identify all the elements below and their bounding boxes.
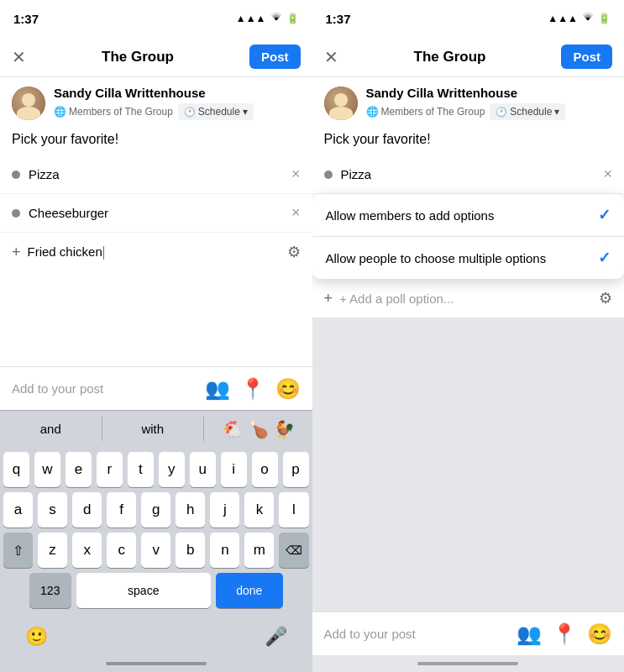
- post-button-right[interactable]: Post: [561, 45, 612, 69]
- signal-icon: ▲▲▲: [236, 13, 266, 24]
- option-text-pizza-right: Pizza: [341, 167, 595, 181]
- settings-icon-right[interactable]: ⚙: [599, 289, 612, 307]
- home-indicator-left: [0, 655, 312, 672]
- option-dot: [12, 171, 20, 179]
- close-button-left[interactable]: ✕: [12, 47, 26, 67]
- emoji-suggestions: 🐔 🍗 🐓: [204, 419, 312, 439]
- header-title-left: The Group: [102, 49, 174, 66]
- home-bar-left: [106, 662, 207, 665]
- close-button-right[interactable]: ✕: [324, 47, 338, 67]
- key-123[interactable]: 123: [29, 573, 71, 608]
- remove-pizza-right-button[interactable]: ×: [603, 165, 612, 183]
- key-f[interactable]: f: [107, 492, 136, 528]
- left-phone-panel: 1:37 ▲▲▲ 🔋 ✕ The Group Post Sand: [0, 0, 312, 672]
- key-s[interactable]: s: [38, 492, 67, 528]
- dropdown-item-members[interactable]: Allow members to add options ✓: [312, 194, 625, 237]
- key-v[interactable]: v: [141, 533, 170, 568]
- content-area-left: Sandy Cilla Writtenhouse 🌐 Members of Th…: [0, 77, 312, 366]
- key-c[interactable]: c: [107, 533, 136, 568]
- key-u[interactable]: u: [190, 452, 216, 487]
- key-backspace[interactable]: ⌫: [279, 533, 308, 568]
- key-h[interactable]: h: [176, 492, 205, 528]
- key-m[interactable]: m: [244, 533, 274, 568]
- globe-icon-right: 🌐: [366, 106, 379, 118]
- dropdown-item-members-label: Allow members to add options: [326, 208, 495, 223]
- remove-pizza-button[interactable]: ×: [291, 165, 301, 183]
- dropdown-popup: Allow members to add options ✓ Allow peo…: [312, 194, 625, 279]
- dropdown-item-multiple[interactable]: Allow people to choose multiple options …: [312, 237, 625, 279]
- people-icon-left[interactable]: 👥: [205, 377, 230, 401]
- keyboard-row-2: a s d f g h j k l: [3, 492, 309, 528]
- user-info-left: Sandy Cilla Writtenhouse 🌐 Members of Th…: [0, 77, 312, 129]
- poll-title-left: Pick your favorite!: [0, 129, 312, 155]
- key-done[interactable]: done: [216, 573, 283, 608]
- pin-icon-right[interactable]: 📍: [552, 622, 577, 646]
- add-post-label-left: Add to your post: [12, 381, 195, 396]
- clock-icon-right: 🕐: [496, 107, 507, 118]
- key-n[interactable]: n: [210, 533, 239, 568]
- people-icon-right[interactable]: 👥: [517, 622, 542, 646]
- suggestion-with[interactable]: with: [102, 417, 205, 441]
- key-e[interactable]: e: [66, 452, 92, 487]
- user-details-left: Sandy Cilla Writtenhouse 🌐 Members of Th…: [54, 86, 254, 120]
- key-k[interactable]: k: [244, 492, 274, 528]
- schedule-button-left[interactable]: 🕐 Schedule ▾: [178, 103, 254, 120]
- add-option-row-right: + + Add a poll option... ⚙: [312, 279, 625, 318]
- key-g[interactable]: g: [141, 492, 170, 528]
- key-j[interactable]: j: [210, 492, 239, 528]
- smiley-icon-right[interactable]: 😊: [587, 622, 612, 646]
- signal-icon-right: ▲▲▲: [548, 13, 578, 24]
- mic-icon[interactable]: 🎤: [265, 626, 287, 648]
- keyboard: q w e r t y u i o p a s d f g h j k l ⇧ …: [0, 447, 312, 618]
- key-w[interactable]: w: [34, 452, 60, 487]
- wifi-icon: [270, 13, 283, 25]
- key-r[interactable]: r: [97, 452, 123, 487]
- schedule-button-right[interactable]: 🕐 Schedule ▾: [490, 103, 565, 120]
- key-x[interactable]: x: [72, 533, 102, 568]
- battery-icon-right: 🔋: [598, 13, 611, 24]
- emoji-keyboard-icon[interactable]: 🙂: [25, 626, 48, 648]
- key-shift[interactable]: ⇧: [3, 533, 33, 568]
- key-t[interactable]: t: [128, 452, 154, 487]
- key-y[interactable]: y: [159, 452, 185, 487]
- suggestion-and[interactable]: and: [0, 417, 102, 441]
- key-a[interactable]: a: [3, 492, 33, 528]
- key-o[interactable]: o: [252, 452, 278, 487]
- members-badge-right: 🌐 Members of The Group: [366, 106, 485, 118]
- key-i[interactable]: i: [221, 452, 247, 487]
- emoji-2[interactable]: 🍗: [248, 419, 269, 439]
- key-b[interactable]: b: [176, 533, 205, 568]
- poll-option-pizza: Pizza ×: [0, 155, 312, 194]
- user-meta-left: 🌐 Members of The Group 🕐 Schedule ▾: [54, 103, 254, 120]
- add-to-post-bar-right: Add to your post 👥 📍 😊: [312, 612, 625, 655]
- remove-cheeseburger-button[interactable]: ×: [291, 204, 301, 222]
- check-icon-multiple: ✓: [598, 249, 611, 267]
- settings-icon-left[interactable]: ⚙: [287, 243, 301, 261]
- check-icon-members: ✓: [598, 206, 611, 224]
- suggestion-bar: and with 🐔 🍗 🐓: [0, 410, 312, 447]
- app-header-left: ✕ The Group Post: [0, 37, 312, 77]
- bottom-bar-left: 🙂 🎤: [0, 618, 312, 655]
- add-to-post-bar-left: Add to your post 👥 📍 😊: [0, 366, 312, 410]
- add-option-placeholder-right[interactable]: + Add a poll option...: [339, 291, 592, 306]
- key-p[interactable]: p: [283, 452, 309, 487]
- clock-icon: 🕐: [184, 107, 196, 118]
- suggestions-container: and with 🐔 🍗 🐓: [0, 417, 312, 441]
- key-q[interactable]: q: [3, 452, 29, 487]
- home-bar-right: [417, 662, 518, 665]
- key-l[interactable]: l: [279, 492, 308, 528]
- key-d[interactable]: d: [72, 492, 102, 528]
- status-icons-right: ▲▲▲ 🔋: [548, 13, 611, 25]
- key-space[interactable]: space: [76, 573, 211, 608]
- new-option-input[interactable]: Fried chicken: [28, 244, 281, 260]
- time-right: 1:37: [326, 12, 351, 26]
- keyboard-row-3: ⇧ z x c v b n m ⌫: [3, 533, 309, 568]
- emoji-3[interactable]: 🐓: [274, 419, 295, 439]
- add-plus-icon: +: [12, 244, 21, 261]
- emoji-1[interactable]: 🐔: [222, 419, 243, 439]
- pin-icon-left[interactable]: 📍: [240, 377, 265, 401]
- post-button-left[interactable]: Post: [249, 45, 301, 69]
- poll-option-pizza-right: Pizza ×: [312, 155, 625, 194]
- key-z[interactable]: z: [38, 533, 67, 568]
- smiley-icon-left[interactable]: 😊: [275, 377, 301, 401]
